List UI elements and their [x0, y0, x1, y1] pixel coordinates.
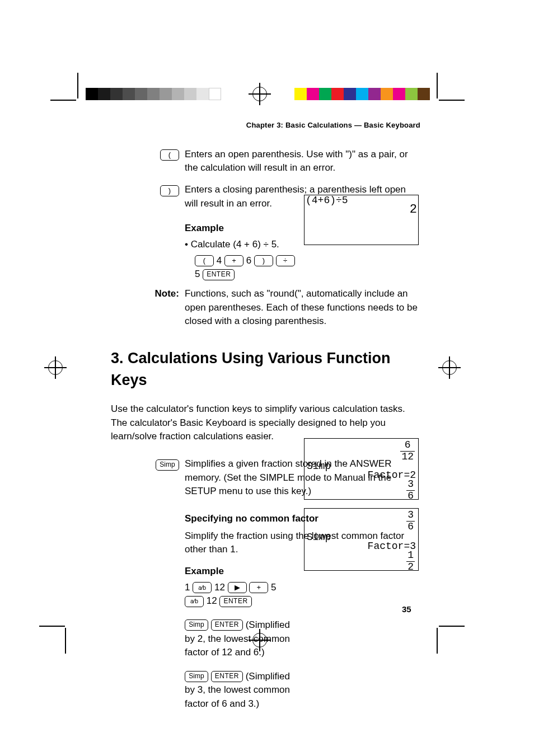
close-paren-desc: Enters a closing parenthesis; a parenthe… — [185, 183, 420, 210]
seq-plus: + — [224, 255, 243, 266]
seq2-enter: ENTER — [219, 596, 251, 607]
key-sequence-1: ( 4 + 6 ) ÷ 5 ENTER — [195, 254, 302, 281]
key-frac-1: a⁄b — [193, 582, 212, 593]
page-content: Chapter 3: Basic Calculations — Basic Ke… — [111, 120, 420, 715]
example-label-1: Example — [185, 222, 302, 236]
seq-close-paren: ) — [254, 255, 273, 266]
section-heading: 3. Calculations Using Various Function K… — [111, 348, 420, 391]
section2-intro: Use the calculator's function keys to si… — [111, 402, 420, 444]
step-3-block: Simp ENTER (Simplified by 3, the lowest … — [185, 670, 297, 711]
register-mark-top — [252, 87, 267, 101]
colorbar-color — [294, 88, 430, 100]
note-label: Note: — [111, 287, 185, 328]
key-open-paren: ( — [160, 149, 179, 161]
step3-enter: ENTER — [211, 671, 243, 682]
spec-desc: Simplify the fraction using the lowest c… — [185, 529, 420, 557]
seq-open-paren: ( — [195, 255, 214, 266]
key-simp: Simp — [156, 459, 179, 471]
page-number: 35 — [402, 603, 411, 616]
simp-desc: Simplifies a given fraction stored in th… — [185, 457, 420, 499]
colorbar-grayscale — [86, 88, 221, 100]
seq-divide: ÷ — [276, 255, 295, 266]
example-text-1: • Calculate (4 + 6) ÷ 5. — [185, 238, 302, 252]
seq2-5: 5 — [271, 582, 276, 593]
seq-4: 4 — [217, 255, 222, 266]
seq2-12: 12 — [214, 582, 225, 593]
seq-6: 6 — [246, 255, 251, 266]
seq-5: 5 — [195, 269, 200, 279]
key-right-arrow: ▶ — [228, 582, 247, 593]
step-2-block: Simp ENTER (Simplified by 2, the lowest … — [185, 618, 297, 660]
seq2-plus: + — [249, 582, 268, 593]
key-sequence-2: 1 a⁄b 12 ▶ + 5 a⁄b 12 ENTER — [185, 581, 297, 608]
example-label-2: Example — [185, 565, 420, 579]
step2-enter: ENTER — [211, 619, 243, 631]
seq2-12b: 12 — [207, 595, 217, 606]
key-close-paren: ) — [160, 185, 179, 196]
seq-enter-1: ENTER — [203, 269, 235, 280]
note-text: Functions, such as "round(", automatical… — [185, 287, 420, 328]
step3-simp: Simp — [185, 671, 208, 682]
open-paren-desc: Enters an open parenthesis. Use with ")"… — [185, 148, 420, 175]
spec-header: Specifying no common factor — [185, 512, 420, 526]
chapter-header: Chapter 3: Basic Calculations — Basic Ke… — [111, 120, 420, 131]
key-frac-2: a⁄b — [185, 596, 204, 607]
register-mark-right — [442, 360, 457, 375]
seq2-1: 1 — [185, 582, 190, 593]
step2-simp: Simp — [185, 619, 208, 631]
register-mark-left — [48, 360, 63, 375]
